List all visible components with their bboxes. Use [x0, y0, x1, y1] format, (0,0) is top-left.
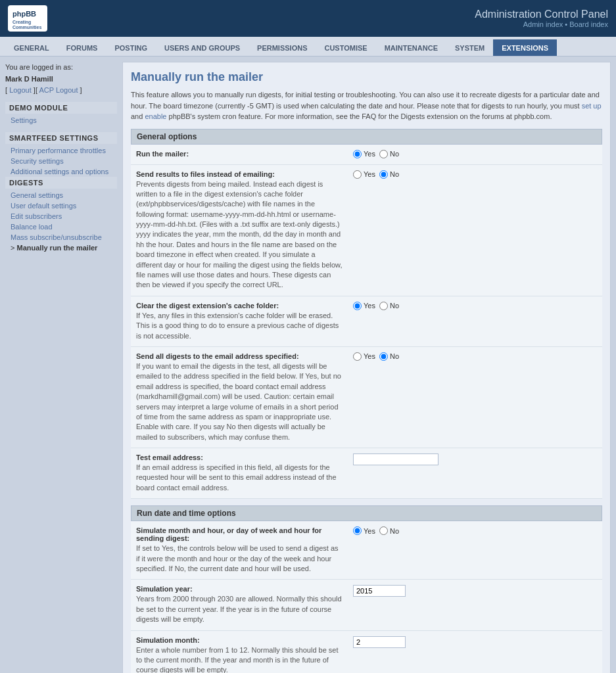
clear-cache-yes-radio[interactable]: [353, 302, 362, 310]
tab-system[interactable]: SYSTEM: [446, 39, 493, 56]
sidebar-item-general-settings[interactable]: General settings: [5, 190, 117, 200]
logout-link[interactable]: Logout: [9, 86, 32, 94]
header-title: Administration Control Panel: [475, 9, 608, 20]
general-settings-link[interactable]: General settings: [11, 191, 63, 199]
sidebar: You are logged in as: Mark D Hamill [ Lo…: [5, 62, 117, 673]
send-all-yes-radio[interactable]: [353, 352, 362, 361]
general-options-table: Run the mailer: Yes No: [131, 145, 602, 499]
table-row: Test email address: If an email address …: [131, 448, 602, 499]
sim-month-input[interactable]: [353, 636, 406, 648]
mass-subscribe-link[interactable]: Mass subscribe/unsubscribe: [11, 233, 102, 241]
sidebar-item-manually-run[interactable]: Manually run the mailer: [5, 243, 117, 253]
sidebar-item-additional[interactable]: Additional settings and options: [5, 166, 117, 177]
send-files-no-radio[interactable]: [379, 170, 388, 179]
manually-run-link[interactable]: Manually run the mailer: [16, 244, 97, 252]
run-mailer-yes-label[interactable]: Yes: [353, 150, 375, 158]
balance-load-link[interactable]: Balance load: [11, 223, 53, 231]
run-mailer-yes-radio[interactable]: [353, 150, 362, 158]
test-email-desc: If an email address is specified in this…: [136, 463, 343, 493]
table-row: Simulation year: Years from 2000 through…: [131, 580, 602, 630]
board-index-link[interactable]: Board index: [569, 20, 608, 28]
send-all-desc: If you want to email the digests in the …: [136, 361, 343, 442]
content: Manually run the mailer This feature all…: [122, 62, 611, 673]
sidebar-item-balance-load[interactable]: Balance load: [5, 221, 117, 232]
additional-link[interactable]: Additional settings and options: [11, 168, 108, 175]
tab-users-groups[interactable]: USERS AND GROUPS: [156, 39, 249, 56]
general-options-header: General options: [131, 129, 602, 145]
sidebar-item-primary[interactable]: Primary performance throttles: [5, 145, 117, 156]
test-email-label: Test email address:: [136, 453, 343, 461]
sim-month-label: Simulation month:: [136, 636, 343, 644]
tab-customise[interactable]: CUSTOMISE: [316, 39, 375, 56]
settings-link[interactable]: Settings: [11, 116, 37, 124]
table-row: Run the mailer: Yes No: [131, 145, 602, 165]
simulate-yes-radio[interactable]: [353, 526, 362, 535]
simulate-yes-label[interactable]: Yes: [353, 526, 375, 535]
sidebar-item-user-default[interactable]: User default settings: [5, 200, 117, 211]
clear-cache-no-radio[interactable]: [379, 302, 388, 310]
sim-year-desc: Years from 2000 through 2030 are allowed…: [136, 594, 343, 624]
table-row: Send results to files instead of emailin…: [131, 164, 602, 296]
simulate-radio-group: Yes No: [353, 526, 597, 535]
sidebar-item-edit-subscribers[interactable]: Edit subscribers: [5, 211, 117, 221]
edit-subscribers-link[interactable]: Edit subscribers: [11, 212, 62, 220]
primary-throttles-link[interactable]: Primary performance throttles: [11, 147, 106, 154]
clear-cache-no-label[interactable]: No: [379, 302, 399, 310]
clear-cache-radio-group: Yes No: [353, 302, 597, 310]
clear-cache-desc: If Yes, any files in this extension's ca…: [136, 311, 343, 341]
set-up-link[interactable]: set up: [582, 102, 602, 110]
table-row: Simulate month and hour, or day of week …: [131, 521, 602, 580]
username: Mark D Hamill: [5, 74, 117, 85]
table-row: Simulation month: Enter a whole number f…: [131, 630, 602, 673]
admin-index-link[interactable]: Admin index: [523, 20, 563, 28]
clear-cache-yes-label[interactable]: Yes: [353, 302, 375, 310]
send-files-yes-label[interactable]: Yes: [353, 170, 375, 179]
run-mailer-no-radio[interactable]: [379, 150, 388, 158]
simulate-no-label[interactable]: No: [379, 526, 399, 535]
content-box: Manually run the mailer This feature all…: [122, 62, 611, 673]
send-all-label: Send all digests to the email address sp…: [136, 352, 343, 360]
run-mailer-no-label[interactable]: No: [379, 150, 399, 158]
send-files-desc: Prevents digests from being mailed. Inst…: [136, 179, 343, 290]
user-info: You are logged in as: Mark D Hamill [ Lo…: [5, 62, 117, 97]
security-link[interactable]: Security settings: [11, 157, 64, 165]
logout-brackets: [ Logout ][ ACP Logout ]: [5, 86, 82, 94]
send-files-label: Send results to files instead of emailin…: [136, 170, 343, 178]
simulate-label: Simulate month and hour, or day of week …: [136, 526, 343, 542]
send-all-no-label[interactable]: No: [379, 352, 399, 361]
sidebar-item-security[interactable]: Security settings: [5, 156, 117, 166]
simulate-no-radio[interactable]: [379, 526, 388, 535]
logged-in-label: You are logged in as:: [5, 63, 73, 71]
sidebar-item-mass-subscribe[interactable]: Mass subscribe/unsubscribe: [5, 232, 117, 243]
phpbb-logo: phpBB Creating Communities: [8, 5, 47, 32]
sidebar-item-settings[interactable]: Settings: [5, 115, 117, 126]
nav-tabs: GENERAL FORUMS POSTING USERS AND GROUPS …: [0, 37, 616, 57]
sim-month-desc: Enter a whole number from 1 to 12. Norma…: [136, 645, 343, 673]
enable-link[interactable]: enable: [145, 112, 166, 120]
tab-extensions[interactable]: EXTENSIONS: [493, 39, 557, 56]
page-intro: This feature allows you to manually run …: [131, 89, 602, 122]
svg-text:Creating: Creating: [12, 20, 31, 25]
table-row: Send all digests to the email address sp…: [131, 346, 602, 448]
simulate-desc: If set to Yes, the controls below will b…: [136, 544, 343, 574]
run-mailer-radio-group: Yes No: [353, 150, 597, 158]
tab-general[interactable]: GENERAL: [5, 39, 58, 56]
smartfeed-section: SMARTFEED SETTINGS Primary performance t…: [5, 132, 117, 177]
tab-maintenance[interactable]: MAINTENANCE: [376, 39, 446, 56]
send-all-no-radio[interactable]: [379, 352, 388, 361]
test-email-input[interactable]: [353, 453, 438, 465]
user-default-link[interactable]: User default settings: [11, 202, 76, 210]
table-row: Clear the digest extension's cache folde…: [131, 296, 602, 346]
sim-year-label: Simulation year:: [136, 585, 343, 593]
tab-posting[interactable]: POSTING: [106, 39, 156, 56]
tab-forums[interactable]: FORUMS: [58, 39, 107, 56]
send-all-yes-label[interactable]: Yes: [353, 352, 375, 361]
digests-section: DIGESTS General settings User default se…: [5, 177, 117, 253]
sim-year-input[interactable]: [353, 585, 406, 597]
acp-logout-link[interactable]: ACP Logout: [39, 86, 78, 94]
tab-permissions[interactable]: PERMISSIONS: [249, 39, 316, 56]
digests-title: DIGESTS: [5, 177, 117, 189]
send-files-yes-radio[interactable]: [353, 170, 362, 179]
send-files-no-label[interactable]: No: [379, 170, 399, 179]
demo-module-title: DEMO MODULE: [5, 102, 117, 114]
